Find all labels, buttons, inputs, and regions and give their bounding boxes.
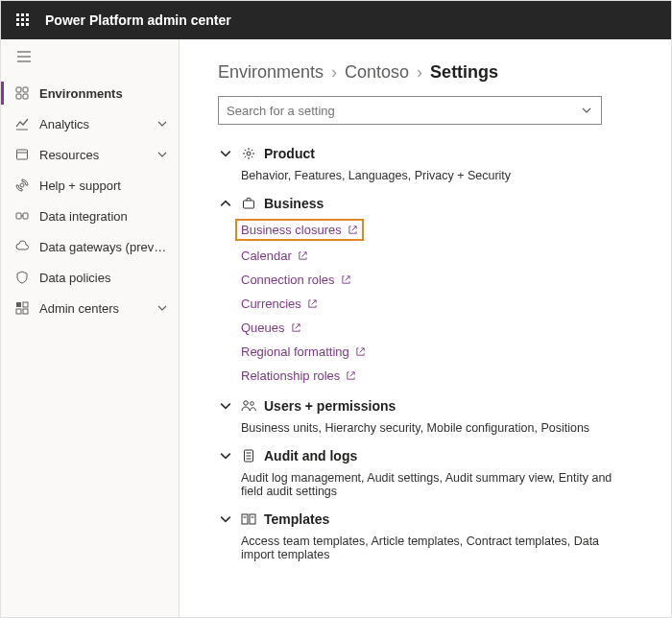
svg-rect-17: [17, 150, 28, 159]
people-icon: [241, 398, 256, 414]
link-business-closures[interactable]: Business closures: [237, 221, 362, 239]
svg-rect-24: [23, 302, 28, 307]
svg-point-30: [251, 402, 254, 406]
chevron-right-icon: ›: [331, 62, 337, 83]
sidebar-item-label: Data gateways (preview): [39, 240, 169, 254]
svg-rect-2: [26, 13, 29, 16]
svg-point-29: [244, 401, 248, 405]
link-calendar[interactable]: Calendar: [241, 249, 633, 263]
section-title: Users + permissions: [264, 398, 396, 414]
breadcrumb-settings: Settings: [430, 62, 498, 83]
sidebar-item-label: Admin centers: [39, 301, 156, 316]
sidebar: Environments Analytics Resources Help + …: [1, 39, 180, 617]
section-desc: Behavior, Features, Languages, Privacy +…: [241, 169, 633, 182]
svg-rect-12: [16, 87, 21, 92]
external-link-icon: [307, 298, 318, 309]
environments-icon: [14, 85, 30, 101]
admin-centers-icon: [14, 300, 30, 316]
breadcrumb-contoso[interactable]: Contoso: [345, 62, 409, 83]
svg-rect-21: [23, 213, 28, 219]
cloud-icon: [14, 239, 30, 254]
waffle-icon[interactable]: [14, 12, 32, 29]
svg-rect-26: [23, 309, 28, 314]
chevron-down-icon: [156, 301, 169, 315]
svg-rect-35: [242, 514, 248, 524]
templates-icon: [241, 511, 256, 527]
sidebar-item-data-gateways[interactable]: Data gateways (preview): [1, 231, 179, 262]
link-relationship-roles[interactable]: Relationship roles: [241, 368, 633, 383]
chevron-up-icon: [218, 197, 233, 210]
data-integration-icon: [14, 208, 30, 224]
section-toggle-templates[interactable]: Templates: [218, 508, 633, 531]
external-link-icon: [291, 322, 301, 333]
app-header: Power Platform admin center: [1, 1, 671, 39]
link-regional-formatting[interactable]: Regional formatting: [241, 345, 633, 359]
chevron-down-icon: [156, 148, 169, 161]
svg-rect-1: [21, 13, 24, 16]
sidebar-item-help-support[interactable]: Help + support: [1, 170, 179, 201]
analytics-icon: [14, 116, 30, 131]
document-icon: [241, 448, 256, 464]
svg-rect-6: [16, 23, 19, 26]
breadcrumb-environments[interactable]: Environments: [218, 62, 324, 83]
section-title: Business: [264, 196, 324, 211]
section-desc: Business units, Hierarchy security, Mobi…: [241, 421, 633, 435]
svg-rect-28: [244, 201, 254, 208]
section-toggle-business[interactable]: Business: [218, 192, 633, 215]
section-title: Audit and logs: [264, 448, 357, 464]
briefcase-icon: [241, 196, 256, 211]
gear-icon: [241, 146, 256, 161]
section-toggle-users[interactable]: Users + permissions: [218, 394, 633, 417]
external-link-icon: [346, 370, 356, 381]
section-toggle-audit[interactable]: Audit and logs: [218, 444, 633, 467]
resources-icon: [14, 147, 30, 162]
search-input[interactable]: [227, 104, 580, 118]
sidebar-item-data-policies[interactable]: Data policies: [1, 262, 179, 293]
search-field[interactable]: [218, 96, 602, 125]
section-desc: Access team templates, Article templates…: [241, 535, 633, 561]
section-title: Templates: [264, 511, 329, 527]
section-audit-logs: Audit and logs Audit log management, Aud…: [218, 444, 633, 498]
breadcrumb: Environments › Contoso › Settings: [218, 62, 633, 83]
section-business: Business Business closures Calendar Conn…: [218, 192, 633, 383]
sidebar-nav: Environments Analytics Resources Help + …: [1, 74, 179, 323]
link-connection-roles[interactable]: Connection roles: [241, 273, 633, 287]
sidebar-item-label: Data integration: [39, 209, 169, 224]
svg-rect-25: [16, 309, 21, 314]
link-queues[interactable]: Queues: [241, 321, 633, 335]
external-link-icon: [355, 346, 366, 357]
section-toggle-product[interactable]: Product: [218, 142, 633, 165]
link-currencies[interactable]: Currencies: [241, 297, 633, 311]
section-desc: Audit log management, Audit settings, Au…: [241, 471, 633, 498]
section-users-permissions: Users + permissions Business units, Hier…: [218, 394, 633, 435]
hamburger-button[interactable]: [1, 39, 179, 74]
sidebar-item-label: Data policies: [39, 271, 169, 285]
external-link-icon: [348, 225, 358, 235]
app-title: Power Platform admin center: [45, 12, 231, 28]
shield-icon: [14, 270, 30, 285]
svg-rect-3: [16, 18, 19, 21]
section-title: Product: [264, 146, 315, 161]
sidebar-item-analytics[interactable]: Analytics: [1, 108, 179, 139]
sidebar-item-admin-centers[interactable]: Admin centers: [1, 293, 179, 323]
svg-rect-7: [21, 23, 24, 26]
sidebar-item-resources[interactable]: Resources: [1, 139, 179, 170]
external-link-icon: [298, 250, 308, 261]
sidebar-item-data-integration[interactable]: Data integration: [1, 201, 179, 231]
help-icon: [14, 178, 30, 193]
sidebar-item-label: Help + support: [39, 178, 169, 193]
svg-rect-8: [26, 23, 29, 26]
main-content: Environments › Contoso › Settings Produc…: [180, 39, 671, 617]
sidebar-item-environments[interactable]: Environments: [1, 78, 179, 108]
chevron-down-icon: [218, 147, 233, 160]
svg-rect-5: [26, 18, 29, 21]
svg-rect-14: [16, 94, 21, 99]
chevron-down-icon[interactable]: [580, 104, 593, 117]
section-templates: Templates Access team templates, Article…: [218, 508, 633, 561]
business-links: Business closures Calendar Connection ro…: [241, 221, 633, 383]
sidebar-item-label: Resources: [39, 148, 156, 162]
svg-rect-15: [23, 94, 28, 99]
sidebar-item-label: Analytics: [39, 117, 156, 131]
svg-rect-36: [250, 514, 255, 524]
svg-rect-13: [23, 87, 28, 92]
